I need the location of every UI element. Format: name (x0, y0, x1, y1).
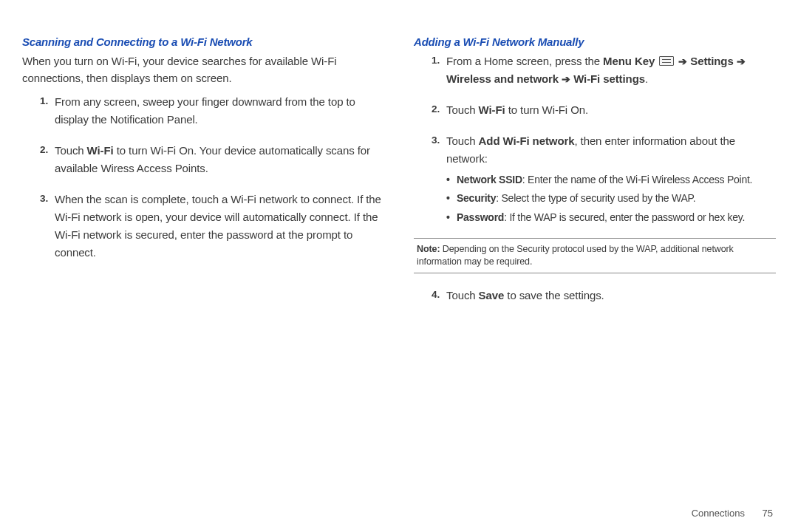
list-item: 3. When the scan is complete, touch a Wi… (40, 191, 384, 262)
list-item: 2. Touch Wi-Fi to turn Wi-Fi On. Your de… (40, 142, 384, 177)
note-text: Depending on the Security protocol used … (417, 244, 734, 267)
section-heading-scanning: Scanning and Connecting to a Wi-Fi Netwo… (22, 35, 384, 48)
right-steps-continued: 4. Touch Save to save the settings. (414, 287, 776, 304)
step-text: Touch Save to save the settings. (446, 289, 604, 301)
right-column: Adding a Wi-Fi Network Manually 1. From … (414, 35, 776, 318)
list-item: 3. Touch Add Wi-Fi network, then enter i… (432, 132, 776, 225)
sub-list-item: Password: If the WAP is secured, enter t… (446, 210, 776, 225)
sub-list: Network SSID: Enter the name of the Wi-F… (446, 172, 776, 225)
sub-list-item: Network SSID: Enter the name of the Wi-F… (446, 172, 776, 187)
step-number: 3. (432, 132, 440, 149)
step-text: Touch Wi-Fi to turn Wi-Fi On. Your devic… (55, 144, 370, 174)
step-number: 2. (40, 142, 48, 158)
list-item: 1. From a Home screen, press the Menu Ke… (432, 52, 776, 88)
step-number: 1. (40, 93, 48, 109)
footer-page-number: 75 (763, 508, 773, 519)
list-item: 2. Touch Wi-Fi to turn Wi-Fi On. (432, 101, 776, 119)
step-text: From any screen, sweep your finger downw… (55, 95, 355, 126)
step-number: 4. (432, 287, 440, 303)
menu-key-icon (659, 56, 674, 66)
note-box: Note: Depending on the Security protocol… (414, 238, 776, 273)
note-label: Note: (417, 244, 440, 254)
right-steps: 1. From a Home screen, press the Menu Ke… (414, 52, 776, 225)
sub-list-item: Security: Select the type of security us… (446, 191, 776, 205)
step-text: Touch Add Wi-Fi network, then enter info… (446, 134, 735, 165)
page-footer: Connections 75 (692, 508, 773, 519)
footer-section: Connections (692, 508, 745, 519)
list-item: 4. Touch Save to save the settings. (432, 287, 776, 304)
list-item: 1. From any screen, sweep your finger do… (40, 93, 384, 129)
left-column: Scanning and Connecting to a Wi-Fi Netwo… (22, 35, 384, 318)
section-heading-adding: Adding a Wi-Fi Network Manually (414, 35, 776, 48)
intro-paragraph: When you turn on Wi-Fi, your device sear… (22, 52, 384, 87)
left-steps: 1. From any screen, sweep your finger do… (22, 93, 384, 262)
step-number: 1. (432, 52, 440, 69)
step-text: When the scan is complete, touch a Wi-Fi… (55, 193, 381, 259)
manual-page: Scanning and Connecting to a Wi-Fi Netwo… (0, 0, 798, 318)
step-number: 2. (432, 101, 440, 117)
step-text: Touch Wi-Fi to turn Wi-Fi On. (446, 103, 588, 116)
step-number: 3. (40, 191, 48, 207)
step-text: From a Home screen, press the Menu Key ➔… (446, 55, 746, 85)
